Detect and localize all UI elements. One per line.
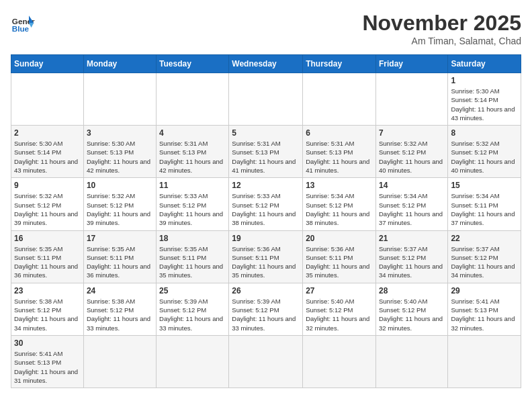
weekday-header-sunday: Sunday [11,55,84,73]
day-info: Sunrise: 5:35 AM Sunset: 5:11 PM Dayligh… [87,244,153,280]
calendar-table: SundayMondayTuesdayWednesdayThursdayFrid… [11,54,521,388]
day-number: 3 [87,128,153,138]
day-info: Sunrise: 5:31 AM Sunset: 5:13 PM Dayligh… [232,139,300,175]
day-info: Sunrise: 5:32 AM Sunset: 5:12 PM Dayligh… [87,191,153,227]
calendar-cell: 30Sunrise: 5:41 AM Sunset: 5:13 PM Dayli… [11,335,84,387]
day-info: Sunrise: 5:35 AM Sunset: 5:11 PM Dayligh… [14,244,81,280]
calendar-cell: 18Sunrise: 5:35 AM Sunset: 5:11 PM Dayli… [157,230,229,283]
calendar-cell: 19Sunrise: 5:36 AM Sunset: 5:11 PM Dayli… [229,230,303,283]
calendar-week-4: 16Sunrise: 5:35 AM Sunset: 5:11 PM Dayli… [11,230,521,283]
day-number: 14 [379,181,445,190]
logo-icon: General Blue [11,11,35,35]
calendar-cell: 17Sunrise: 5:35 AM Sunset: 5:11 PM Dayli… [83,230,156,283]
day-info: Sunrise: 5:40 AM Sunset: 5:12 PM Dayligh… [379,297,445,332]
calendar-cell: 4Sunrise: 5:31 AM Sunset: 5:13 PM Daylig… [157,126,229,178]
day-info: Sunrise: 5:32 AM Sunset: 5:12 PM Dayligh… [14,191,81,227]
calendar-cell: 6Sunrise: 5:31 AM Sunset: 5:13 PM Daylig… [303,126,376,178]
day-number: 2 [14,128,81,138]
day-number: 19 [232,234,300,243]
title-area: November 2025 Am Timan, Salamat, Chad [362,11,521,46]
day-info: Sunrise: 5:31 AM Sunset: 5:13 PM Dayligh… [306,139,373,175]
calendar-cell [303,335,376,387]
day-info: Sunrise: 5:31 AM Sunset: 5:13 PM Dayligh… [159,139,226,175]
day-info: Sunrise: 5:34 AM Sunset: 5:12 PM Dayligh… [306,191,373,227]
calendar-cell [83,73,156,126]
day-info: Sunrise: 5:34 AM Sunset: 5:11 PM Dayligh… [451,191,518,227]
calendar-cell: 2Sunrise: 5:30 AM Sunset: 5:14 PM Daylig… [11,126,84,178]
calendar-week-3: 9Sunrise: 5:32 AM Sunset: 5:12 PM Daylig… [11,178,521,230]
calendar-week-1: 1Sunrise: 5:30 AM Sunset: 5:14 PM Daylig… [11,73,521,126]
day-number: 15 [451,181,518,190]
day-number: 10 [87,181,153,190]
day-info: Sunrise: 5:40 AM Sunset: 5:12 PM Dayligh… [306,297,373,332]
day-number: 8 [451,128,518,138]
calendar-cell: 23Sunrise: 5:38 AM Sunset: 5:12 PM Dayli… [11,283,84,335]
calendar-cell: 27Sunrise: 5:40 AM Sunset: 5:12 PM Dayli… [303,283,376,335]
logo: General Blue [11,11,35,35]
day-info: Sunrise: 5:35 AM Sunset: 5:11 PM Dayligh… [159,244,226,280]
calendar-week-2: 2Sunrise: 5:30 AM Sunset: 5:14 PM Daylig… [11,126,521,178]
calendar-cell: 12Sunrise: 5:33 AM Sunset: 5:12 PM Dayli… [229,178,303,230]
calendar-cell [303,73,376,126]
weekday-header-thursday: Thursday [303,55,376,73]
day-info: Sunrise: 5:34 AM Sunset: 5:12 PM Dayligh… [379,191,445,227]
calendar-cell: 1Sunrise: 5:30 AM Sunset: 5:14 PM Daylig… [448,73,521,126]
day-info: Sunrise: 5:41 AM Sunset: 5:13 PM Dayligh… [14,349,81,385]
day-number: 26 [232,286,300,295]
day-number: 18 [159,234,226,243]
calendar-cell: 24Sunrise: 5:38 AM Sunset: 5:12 PM Dayli… [83,283,156,335]
day-number: 13 [306,181,373,190]
calendar-cell [375,73,447,126]
day-number: 29 [451,286,518,295]
day-number: 12 [232,181,300,190]
calendar-cell [448,335,521,387]
day-number: 9 [14,181,81,190]
day-number: 30 [14,338,81,348]
calendar-cell [229,73,303,126]
svg-text:Blue: Blue [12,24,30,33]
calendar-cell: 28Sunrise: 5:40 AM Sunset: 5:12 PM Dayli… [375,283,447,335]
day-info: Sunrise: 5:30 AM Sunset: 5:13 PM Dayligh… [87,139,153,175]
day-number: 4 [159,128,226,138]
day-number: 22 [451,234,518,243]
day-number: 7 [379,128,445,138]
calendar-cell: 20Sunrise: 5:36 AM Sunset: 5:11 PM Dayli… [303,230,376,283]
day-number: 20 [306,234,373,243]
calendar-body: 1Sunrise: 5:30 AM Sunset: 5:14 PM Daylig… [11,73,521,388]
day-info: Sunrise: 5:32 AM Sunset: 5:12 PM Dayligh… [379,139,445,175]
day-info: Sunrise: 5:38 AM Sunset: 5:12 PM Dayligh… [14,297,81,332]
page-header: General Blue November 2025 Am Timan, Sal… [11,11,521,46]
weekday-header-row: SundayMondayTuesdayWednesdayThursdayFrid… [11,55,521,73]
day-info: Sunrise: 5:39 AM Sunset: 5:12 PM Dayligh… [232,297,300,332]
calendar-cell: 29Sunrise: 5:41 AM Sunset: 5:13 PM Dayli… [448,283,521,335]
calendar-cell: 15Sunrise: 5:34 AM Sunset: 5:11 PM Dayli… [448,178,521,230]
day-number: 17 [87,234,153,243]
calendar-cell [157,335,229,387]
calendar-cell: 5Sunrise: 5:31 AM Sunset: 5:13 PM Daylig… [229,126,303,178]
calendar-cell [11,73,84,126]
calendar-cell [375,335,447,387]
calendar-cell: 13Sunrise: 5:34 AM Sunset: 5:12 PM Dayli… [303,178,376,230]
calendar-cell: 9Sunrise: 5:32 AM Sunset: 5:12 PM Daylig… [11,178,84,230]
weekday-header-monday: Monday [83,55,156,73]
day-info: Sunrise: 5:39 AM Sunset: 5:12 PM Dayligh… [159,297,226,332]
calendar-cell: 11Sunrise: 5:33 AM Sunset: 5:12 PM Dayli… [157,178,229,230]
day-number: 16 [14,234,81,243]
calendar-cell: 21Sunrise: 5:37 AM Sunset: 5:12 PM Dayli… [375,230,447,283]
day-number: 25 [159,286,226,295]
calendar-week-6: 30Sunrise: 5:41 AM Sunset: 5:13 PM Dayli… [11,335,521,387]
calendar-week-5: 23Sunrise: 5:38 AM Sunset: 5:12 PM Dayli… [11,283,521,335]
day-info: Sunrise: 5:30 AM Sunset: 5:14 PM Dayligh… [14,139,81,175]
day-number: 5 [232,128,300,138]
calendar-cell: 8Sunrise: 5:32 AM Sunset: 5:12 PM Daylig… [448,126,521,178]
day-info: Sunrise: 5:37 AM Sunset: 5:12 PM Dayligh… [379,244,445,280]
day-info: Sunrise: 5:36 AM Sunset: 5:11 PM Dayligh… [306,244,373,280]
day-info: Sunrise: 5:36 AM Sunset: 5:11 PM Dayligh… [232,244,300,280]
day-number: 24 [87,286,153,295]
calendar-cell: 26Sunrise: 5:39 AM Sunset: 5:12 PM Dayli… [229,283,303,335]
weekday-header-tuesday: Tuesday [157,55,229,73]
day-info: Sunrise: 5:38 AM Sunset: 5:12 PM Dayligh… [87,297,153,332]
calendar-cell [83,335,156,387]
location-subtitle: Am Timan, Salamat, Chad [362,36,521,46]
calendar-cell: 25Sunrise: 5:39 AM Sunset: 5:12 PM Dayli… [157,283,229,335]
